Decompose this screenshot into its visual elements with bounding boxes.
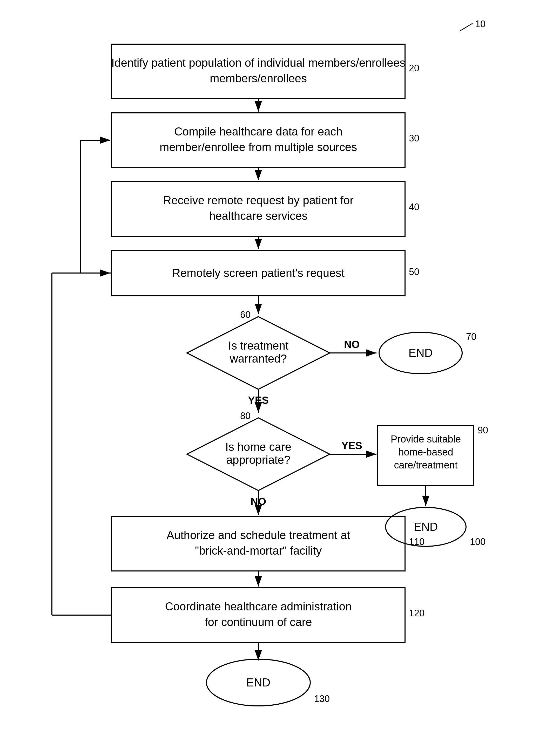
node-110-box xyxy=(112,516,405,571)
ref-10: 10 xyxy=(475,19,486,29)
node-30-ref: 30 xyxy=(409,133,419,144)
node-70-text: END xyxy=(409,346,433,359)
node-50-text: Remotely screen patient's request xyxy=(172,267,345,279)
node-30-box xyxy=(112,113,405,167)
node-120-ref: 120 xyxy=(409,608,425,618)
node-20-text2: members/enrollees xyxy=(210,72,307,85)
node-20-box xyxy=(112,44,405,99)
node-90-text3: care/treatment xyxy=(394,460,458,471)
svg-line-1 xyxy=(460,23,473,31)
node-50-ref: 50 xyxy=(409,267,419,277)
node-120-text1: Coordinate healthcare administration xyxy=(165,600,352,613)
node-120-box xyxy=(112,588,405,642)
node-80-text1: Is home care xyxy=(225,440,291,453)
node-110-text1: Authorize and schedule treatment at xyxy=(167,529,350,541)
node-130-text: END xyxy=(246,676,270,689)
label-no-60: NO xyxy=(344,339,360,350)
flowchart-diagram: 10 Identify patient population of indivi… xyxy=(0,0,546,756)
node-110-text2: "brick-and-mortar" facility xyxy=(195,544,322,557)
node-100-text: END xyxy=(414,520,438,533)
node-100-ref: 100 xyxy=(470,536,486,547)
node-90-ref: 90 xyxy=(478,425,488,435)
node-40-text2: healthcare services xyxy=(209,209,308,222)
node-110-ref: 110 xyxy=(409,536,425,547)
node-30-text2: member/enrollee from multiple sources xyxy=(160,141,357,153)
node-70-ref: 70 xyxy=(466,331,476,342)
node-130-ref: 130 xyxy=(314,693,330,704)
node-80-text2: appropriate? xyxy=(226,453,290,466)
node-40-text1: Receive remote request by patient for xyxy=(163,194,354,207)
node-90-text1: Provide suitable xyxy=(391,434,461,445)
node-60-text2: warranted? xyxy=(229,352,287,365)
node-40-ref: 40 xyxy=(409,202,419,212)
node-30-text1: Compile healthcare data for each xyxy=(174,125,343,138)
node-120-text2: for continuum of care xyxy=(204,616,312,628)
node-90-text2: home-based xyxy=(398,447,453,458)
node-40-box xyxy=(112,182,405,236)
node-20-ref: 20 xyxy=(409,63,419,73)
node-60-ref: 60 xyxy=(240,309,250,320)
label-yes-80: YES xyxy=(342,440,362,451)
node-80-ref: 80 xyxy=(240,411,250,421)
node-60-text1: Is treatment xyxy=(228,339,289,352)
node-20-text1: Identify patient population of individua… xyxy=(111,56,405,69)
